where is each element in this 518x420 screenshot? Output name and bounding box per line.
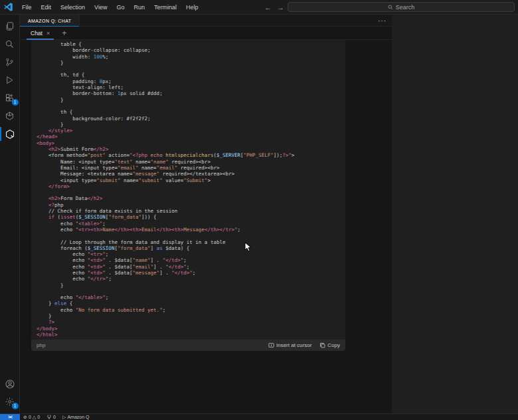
status-bar: >< ⊘0 △0 0 ▷ Amazon Q [0, 413, 518, 420]
menu-help[interactable]: Help [181, 0, 203, 15]
vscode-window: File Edit Selection View Go Run Terminal… [0, 0, 518, 420]
editor-empty-area [392, 15, 518, 413]
run-debug-icon[interactable] [0, 71, 20, 89]
editor-more-actions[interactable]: ··· [378, 15, 387, 27]
chat-tab-label: Chat [31, 30, 43, 37]
copy-label: Copy [327, 342, 340, 348]
ports-icon [46, 415, 52, 420]
warning-icon: △ [33, 415, 36, 420]
tab-label: AMAZON Q: CHAT [28, 19, 71, 23]
insert-at-cursor-button[interactable]: Insert at cursor [268, 342, 311, 348]
title-bar: File Edit Selection View Go Run Terminal… [0, 0, 518, 15]
explorer-icon[interactable] [0, 17, 20, 35]
aws-toolkit-icon[interactable] [0, 107, 20, 125]
amazon-q-status-icon: ▷ [62, 415, 66, 420]
amazon-q-status[interactable]: ▷ Amazon Q [59, 415, 92, 420]
search-placeholder: Search [396, 4, 415, 11]
activity-bar: 1 1 [0, 15, 20, 413]
menu-go[interactable]: Go [112, 0, 129, 15]
settings-badge: 1 [12, 403, 19, 409]
code-lines: table { border-collapse: collapse; width… [31, 40, 345, 340]
insert-at-cursor-icon [268, 342, 274, 348]
ports-count: 0 [53, 415, 56, 419]
nav-forward-icon[interactable]: → [277, 3, 284, 11]
copy-button[interactable]: Copy [319, 342, 340, 348]
menu-file[interactable]: File [17, 0, 37, 15]
ports-status[interactable]: 0 [43, 415, 59, 420]
copy-icon [319, 342, 325, 348]
chat-new-tab-button[interactable]: + [62, 29, 66, 38]
command-center-search[interactable]: Search [288, 2, 515, 12]
menu-edit[interactable]: Edit [37, 0, 56, 15]
source-control-icon[interactable] [0, 53, 20, 71]
search-icon [388, 5, 393, 10]
amazon-q-status-label: Amazon Q [67, 415, 89, 419]
chat-tab-close-icon[interactable]: × [46, 30, 50, 37]
extensions-badge: 1 [12, 99, 19, 106]
menu-terminal[interactable]: Terminal [149, 0, 181, 15]
warning-count: 0 [37, 415, 40, 419]
vscode-logo-icon [3, 2, 13, 12]
amazon-q-icon[interactable] [0, 125, 20, 143]
account-icon[interactable] [0, 375, 20, 393]
settings-gear-icon[interactable]: 1 [0, 393, 20, 411]
nav-back-icon[interactable]: ← [264, 3, 272, 11]
tab-amazon-q-chat[interactable]: AMAZON Q: CHAT [20, 15, 80, 27]
insert-at-cursor-label: Insert at cursor [276, 342, 311, 348]
remote-indicator[interactable]: >< [0, 414, 20, 420]
code-block-footer: php Insert at cursor Copy [31, 340, 345, 351]
menu-view[interactable]: View [90, 0, 112, 15]
menu-run[interactable]: Run [129, 0, 149, 15]
chat-input-area: Ask a question or enter "/" for quick ac… [20, 370, 392, 413]
search-sidebar-icon[interactable] [0, 35, 20, 53]
error-count: 0 [29, 415, 31, 419]
code-language-label: php [37, 342, 45, 348]
problems-status[interactable]: ⊘0 △0 [20, 415, 43, 420]
extensions-icon[interactable]: 1 [0, 89, 20, 107]
menu-selection[interactable]: Selection [56, 0, 90, 15]
chat-message-area[interactable]: table { border-collapse: collapse; width… [20, 40, 392, 370]
editor-tab-bar: AMAZON Q: CHAT ··· [20, 15, 392, 27]
amazon-q-panel: AMAZON Q: CHAT ··· Chat × + table { bord… [20, 15, 392, 413]
chat-tab-bar: Chat × + [20, 27, 392, 40]
code-block-card: table { border-collapse: collapse; width… [31, 40, 345, 351]
chat-tab[interactable]: Chat × [25, 27, 55, 40]
error-icon: ⊘ [23, 415, 27, 420]
